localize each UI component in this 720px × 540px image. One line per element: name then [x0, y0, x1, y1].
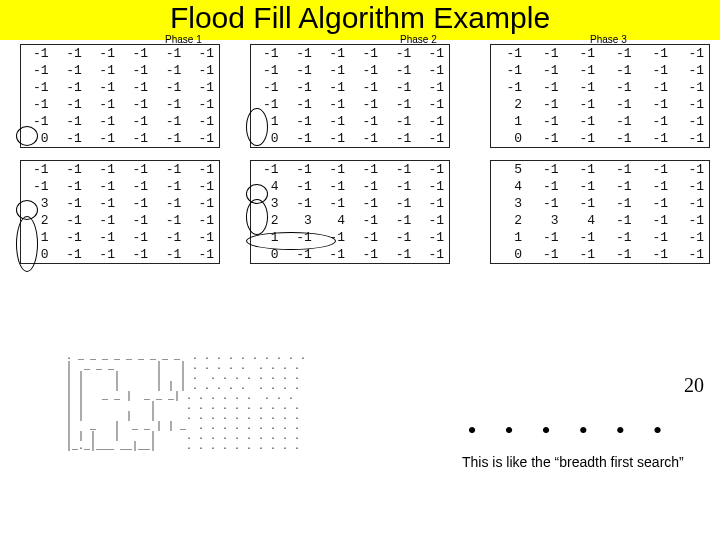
grid-cell: -1	[153, 96, 186, 113]
grid-cell: -1	[564, 79, 601, 96]
grid-cell: 1	[251, 113, 284, 130]
grid-cell: -1	[673, 130, 710, 148]
grid-cell: -1	[350, 130, 383, 148]
grid-cell: -1	[120, 212, 153, 229]
grid-cell: -1	[87, 79, 120, 96]
grid-cell: -1	[186, 246, 219, 264]
grid-cell: 2	[251, 212, 284, 229]
grid-cell: -1	[564, 113, 601, 130]
grid-cell: -1	[673, 178, 710, 195]
grid-cell: -1	[416, 113, 449, 130]
grid-cell: -1	[416, 96, 449, 113]
title-text: Flood Fill Algorithm Example	[170, 1, 550, 34]
grid-cell: -1	[637, 246, 674, 264]
grid-cell: -1	[527, 229, 564, 246]
grid-cell: -1	[153, 130, 186, 148]
grid-cell: -1	[527, 246, 564, 264]
grid-cell: -1	[600, 229, 637, 246]
grid-cell: -1	[21, 161, 54, 179]
phase3-label: Phase 3	[590, 34, 627, 45]
grid-cell: -1	[527, 130, 564, 148]
grid-cell: -1	[317, 79, 350, 96]
grid-cell: -1	[600, 96, 637, 113]
phase3-grid-top: -1-1-1-1-1-1-1-1-1-1-1-1-1-1-1-1-1-12-1-…	[490, 44, 710, 148]
grid-cell: -1	[54, 212, 87, 229]
grid-cell: -1	[383, 178, 416, 195]
grid-cell: -1	[120, 113, 153, 130]
grid-cell: 2	[21, 212, 54, 229]
grid-cell: -1	[87, 130, 120, 148]
grid-cell: -1	[317, 113, 350, 130]
grid-cell: 1	[21, 229, 54, 246]
phase2-label: Phase 2	[400, 34, 437, 45]
grid-cell: -1	[637, 79, 674, 96]
grid-cell: -1	[383, 113, 416, 130]
phase2-column: -1-1-1-1-1-1-1-1-1-1-1-1-1-1-1-1-1-1-1-1…	[250, 44, 450, 264]
grid-cell: -1	[186, 96, 219, 113]
grid-cell: -1	[600, 178, 637, 195]
grid-cell: -1	[87, 212, 120, 229]
grid-cell: -1	[637, 195, 674, 212]
grid-cell: -1	[637, 161, 674, 179]
grid-cell: 3	[527, 212, 564, 229]
grid-cell: -1	[186, 178, 219, 195]
grid-cell: -1	[600, 45, 637, 63]
grid-cell: 4	[317, 212, 350, 229]
grid-cell: -1	[564, 161, 601, 179]
grid-cell: 0	[491, 130, 528, 148]
grid-cell: -1	[54, 62, 87, 79]
grid-cell: -1	[673, 161, 710, 179]
grid-cell: -1	[416, 246, 449, 264]
phase2-grid-top: -1-1-1-1-1-1-1-1-1-1-1-1-1-1-1-1-1-1-1-1…	[250, 44, 450, 148]
phase1-column: -1-1-1-1-1-1-1-1-1-1-1-1-1-1-1-1-1-1-1-1…	[20, 44, 220, 264]
grid-cell: -1	[637, 229, 674, 246]
grid-cell: -1	[527, 96, 564, 113]
grid-cell: -1	[120, 79, 153, 96]
grid-cell: -1	[54, 113, 87, 130]
grid-cell: -1	[350, 45, 383, 63]
grid-cell: -1	[317, 246, 350, 264]
grid-cell: -1	[383, 161, 416, 179]
phase1-label: Phase 1	[165, 34, 202, 45]
grid-cell: -1	[21, 79, 54, 96]
grid-cell: -1	[153, 113, 186, 130]
grid-cell: -1	[383, 96, 416, 113]
ascii-maze: . _ _ _ _ _ _ _ _ _ . . . . . . . . . . …	[66, 352, 326, 452]
grid-cell: -1	[564, 45, 601, 63]
grid-cell: -1	[383, 229, 416, 246]
grid-cell: -1	[153, 62, 186, 79]
grid-cell: -1	[120, 130, 153, 148]
grid-cell: -1	[637, 178, 674, 195]
grid-cell: 0	[21, 130, 54, 148]
grid-cell: 3	[491, 195, 528, 212]
grid-cell: -1	[527, 45, 564, 63]
phase3-grid-bottom: 5-1-1-1-1-14-1-1-1-1-13-1-1-1-1-1234-1-1…	[490, 160, 710, 264]
grid-cell: -1	[54, 178, 87, 195]
grid-cell: -1	[416, 229, 449, 246]
grid-cell: -1	[87, 229, 120, 246]
grid-cell: -1	[383, 212, 416, 229]
grid-cell: -1	[416, 161, 449, 179]
grid-cell: -1	[673, 229, 710, 246]
grid-cell: -1	[600, 79, 637, 96]
grid-cell: -1	[87, 96, 120, 113]
grid-cell: -1	[527, 195, 564, 212]
grid-cell: -1	[673, 113, 710, 130]
grid-cell: 0	[491, 246, 528, 264]
grid-cell: -1	[317, 229, 350, 246]
grid-cell: -1	[600, 130, 637, 148]
grid-cell: -1	[673, 246, 710, 264]
grid-cell: -1	[284, 45, 317, 63]
grid-cell: -1	[527, 62, 564, 79]
grid-cell: -1	[350, 246, 383, 264]
grid-cell: 0	[251, 246, 284, 264]
grid-cell: 3	[251, 195, 284, 212]
grid-cell: -1	[120, 161, 153, 179]
grid-cell: -1	[186, 195, 219, 212]
grid-cell: -1	[120, 195, 153, 212]
grid-cell: 5	[491, 161, 528, 179]
grid-cell: -1	[673, 79, 710, 96]
grid-cell: -1	[350, 161, 383, 179]
grid-cell: -1	[186, 45, 219, 63]
grids-area: Phase 1 Phase 2 Phase 3 -1-1-1-1-1-1-1-1…	[10, 44, 710, 344]
